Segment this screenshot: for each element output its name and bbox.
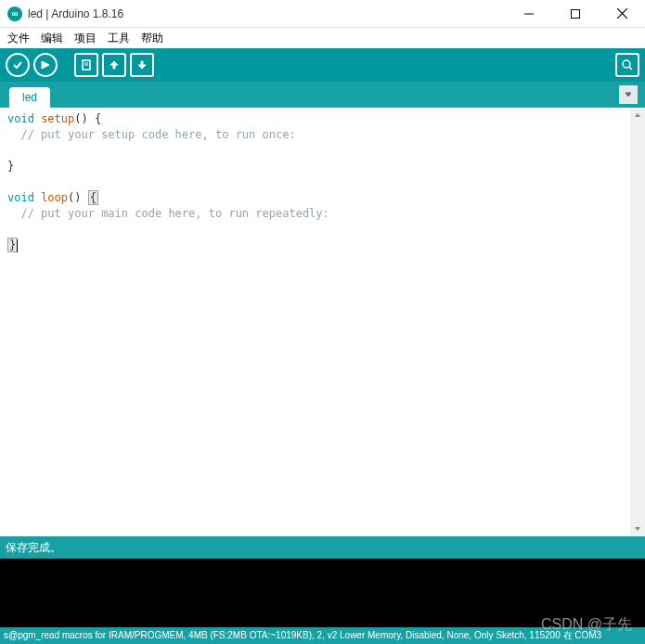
editor: void setup() { // put your setup code he… [0,108,645,536]
menu-sketch[interactable]: 项目 [72,31,98,46]
svg-point-10 [623,60,630,68]
svg-rect-1 [572,9,580,18]
open-button[interactable] [102,53,126,77]
scroll-up-icon[interactable] [630,108,645,122]
code-comment: // put your setup code here, to run once… [7,128,296,141]
serial-monitor-button[interactable] [615,53,639,77]
svg-marker-12 [626,93,631,97]
upload-button[interactable] [33,53,58,77]
minimize-button[interactable] [517,2,541,26]
board-info: s@pgm_read macros for IRAM/PROGMEM, 4MB … [4,629,601,642]
menubar: 文件 编辑 项目 工具 帮助 [0,28,645,48]
code-keyword: void [7,112,34,125]
code-comment: // put your main code here, to run repea… [7,207,329,220]
menu-tools[interactable]: 工具 [106,31,132,46]
tabbar: led [0,82,645,108]
bottombar: s@pgm_read macros for IRAM/PROGMEM, 4MB … [0,627,645,644]
cursor-icon [17,239,18,252]
scroll-down-icon[interactable] [630,522,645,536]
window-controls [517,2,634,26]
tab-led[interactable]: led [9,87,50,108]
maximize-button[interactable] [563,2,587,26]
statusbar: 保存完成。 [0,536,645,559]
window-title: led | Arduino 1.8.16 [28,7,517,20]
code-text: () [68,191,88,204]
new-button[interactable] [74,53,98,77]
toolbar [0,48,645,82]
status-message: 保存完成。 [6,540,61,556]
svg-marker-8 [110,61,118,69]
console[interactable] [0,559,645,627]
save-button[interactable] [130,53,154,77]
code-function: loop [41,191,68,204]
code-keyword: void [7,191,34,204]
svg-marker-14 [635,527,640,531]
code-brace: { [95,112,101,125]
titlebar: led | Arduino 1.8.16 [0,0,645,28]
code-bracket-highlight: { [88,190,98,205]
code-function: setup [41,112,74,125]
menu-help[interactable]: 帮助 [139,31,165,46]
close-button[interactable] [610,2,634,26]
menu-edit[interactable]: 编辑 [39,31,65,46]
arduino-icon [7,6,22,21]
svg-marker-4 [42,61,49,69]
scrollbar[interactable] [630,108,645,536]
svg-marker-13 [635,113,640,117]
code-brace: } [7,160,14,173]
svg-marker-9 [138,61,146,69]
code-text: () [74,112,95,125]
svg-line-11 [629,67,632,70]
tab-dropdown[interactable] [619,85,638,104]
code-editor[interactable]: void setup() { // put your setup code he… [0,108,630,536]
verify-button[interactable] [6,53,30,77]
menu-file[interactable]: 文件 [6,31,32,46]
